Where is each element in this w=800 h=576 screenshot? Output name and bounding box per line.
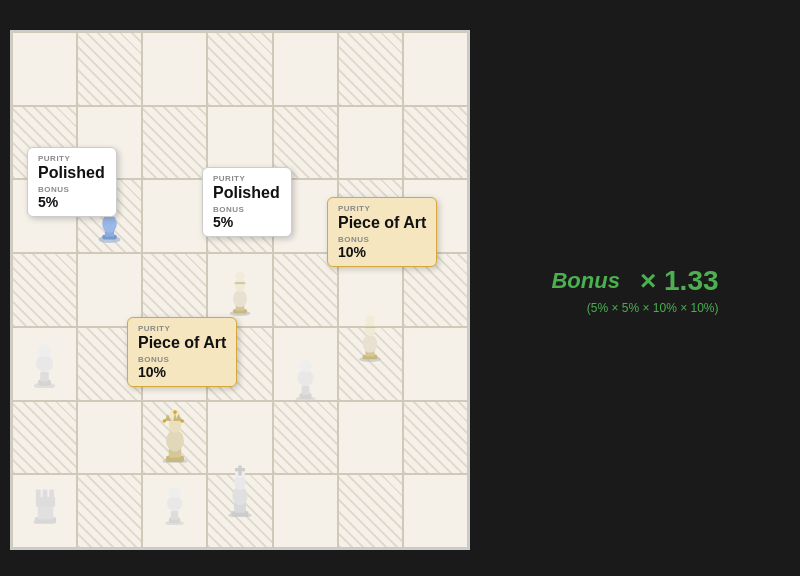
bonus-title: Bonus (551, 268, 619, 294)
chess-board: PURITY Polished BONUS 5% PURITY Polished… (10, 30, 470, 550)
bonus-value-1: 5% (38, 194, 106, 210)
cell-6-2 (142, 474, 207, 548)
cell-1-6 (403, 106, 468, 180)
cell-6-3 (207, 474, 272, 548)
purity-value-4: Piece of Art (138, 333, 226, 352)
cell-0-3 (207, 32, 272, 106)
purity-label-4: PURITY (138, 324, 226, 333)
cell-3-0 (12, 253, 77, 327)
cell-4-6 (403, 327, 468, 401)
cell-6-6 (403, 474, 468, 548)
purity-value-3: Piece of Art (338, 213, 426, 232)
right-panel: Bonus × 1.33 (5% × 5% × 10% × 10%) (490, 30, 780, 550)
cell-0-2 (142, 32, 207, 106)
cell-0-6 (403, 32, 468, 106)
chess-grid (12, 32, 468, 548)
cell-5-3 (207, 401, 272, 475)
purity-card-1: PURITY Polished BONUS 5% (27, 147, 117, 217)
cell-0-5 (338, 32, 403, 106)
cell-5-5 (338, 401, 403, 475)
cell-3-3 (207, 253, 272, 327)
cell-5-2 (142, 401, 207, 475)
bonus-section: Bonus × 1.33 (5% × 5% × 10% × 10%) (551, 265, 718, 315)
cell-0-0 (12, 32, 77, 106)
cell-2-2 (142, 179, 207, 253)
cell-3-1 (77, 253, 142, 327)
bonus-row: Bonus × 1.33 (551, 265, 718, 297)
bonus-label-2: BONUS (213, 205, 281, 214)
cell-4-5 (338, 327, 403, 401)
cell-0-4 (273, 32, 338, 106)
cell-6-0 (12, 474, 77, 548)
bonus-multiplier: × 1.33 (640, 265, 719, 297)
purity-value-2: Polished (213, 183, 281, 202)
cell-4-0 (12, 327, 77, 401)
cell-6-4 (273, 474, 338, 548)
bonus-value-4: 10% (138, 364, 226, 380)
cell-4-4 (273, 327, 338, 401)
cell-5-4 (273, 401, 338, 475)
bonus-label-1: BONUS (38, 185, 106, 194)
cell-0-1 (77, 32, 142, 106)
cell-1-5 (338, 106, 403, 180)
bonus-value-2: 5% (213, 214, 281, 230)
purity-card-3: PURITY Piece of Art BONUS 10% (327, 197, 437, 267)
cell-6-1 (77, 474, 142, 548)
purity-label-1: PURITY (38, 154, 106, 163)
bonus-label-3: BONUS (338, 235, 426, 244)
purity-card-4: PURITY Piece of Art BONUS 10% (127, 317, 237, 387)
purity-value-1: Polished (38, 163, 106, 182)
purity-card-2: PURITY Polished BONUS 5% (202, 167, 292, 237)
cell-1-2 (142, 106, 207, 180)
cell-5-1 (77, 401, 142, 475)
bonus-label-4: BONUS (138, 355, 226, 364)
cell-6-5 (338, 474, 403, 548)
cell-5-0 (12, 401, 77, 475)
cell-5-6 (403, 401, 468, 475)
bonus-value-3: 10% (338, 244, 426, 260)
bonus-formula: (5% × 5% × 10% × 10%) (587, 301, 719, 315)
purity-label-3: PURITY (338, 204, 426, 213)
purity-label-2: PURITY (213, 174, 281, 183)
cell-3-2 (142, 253, 207, 327)
